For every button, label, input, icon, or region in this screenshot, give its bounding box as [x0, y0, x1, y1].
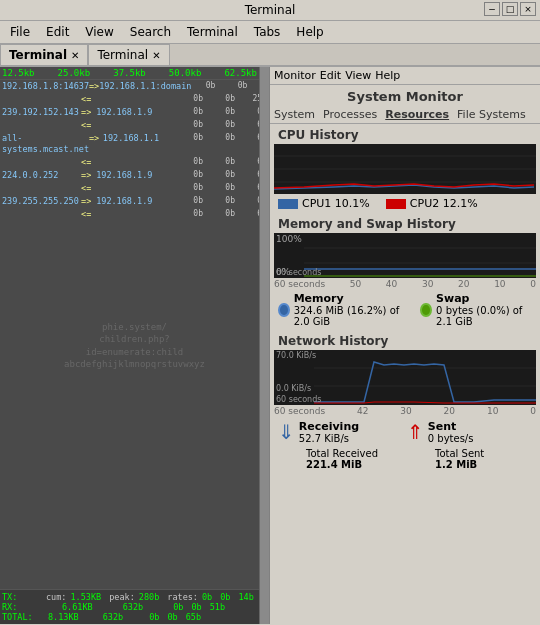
- receiving-row: ⇓ Receiving 52.7 KiB/s: [278, 420, 403, 444]
- net-info-grid: ⇓ Receiving 52.7 KiB/s ⇑ Sent 0 bytes/s …: [270, 416, 540, 474]
- receiving-val: 52.7 KiB/s: [299, 433, 359, 444]
- net-y-max: 70.0 KiB/s: [276, 351, 316, 360]
- tab-processes[interactable]: Processes: [323, 108, 377, 121]
- tab-close-2[interactable]: ✕: [152, 50, 160, 61]
- total-sent-label: Total Sent: [435, 448, 484, 459]
- sent-info: Sent 0 bytes/s: [428, 420, 474, 444]
- cpu-section-header: CPU History: [270, 124, 540, 144]
- menu-tabs[interactable]: Tabs: [248, 23, 287, 41]
- swap-item: Swap 0 bytes (0.0%) of 2.1 GiB: [420, 292, 532, 327]
- swap-text: Swap 0 bytes (0.0%) of 2.1 GiB: [436, 292, 532, 327]
- net-y-min: 0.0 KiB/s: [276, 384, 311, 393]
- tab-close-1[interactable]: ✕: [71, 50, 79, 61]
- menu-view[interactable]: View: [79, 23, 119, 41]
- tab-resources[interactable]: Resources: [385, 108, 449, 121]
- sent-label: Sent: [428, 420, 474, 433]
- cpu-chart-svg: [274, 144, 536, 194]
- net-chart-svg: [314, 350, 536, 405]
- network-history-chart: 70.0 KiB/s 0.0 KiB/s 60 seconds: [274, 350, 536, 405]
- cpu1-color: [278, 199, 298, 209]
- network-section-header: Network History: [270, 330, 540, 350]
- tab-label-2: Terminal: [97, 48, 148, 62]
- tab-system[interactable]: System: [274, 108, 315, 121]
- cpu2-color: [386, 199, 406, 209]
- menu-file[interactable]: File: [4, 23, 36, 41]
- swap-label: Swap: [436, 292, 532, 305]
- sysmon-menu-monitor[interactable]: Monitor: [274, 69, 316, 82]
- menu-terminal[interactable]: Terminal: [181, 23, 244, 41]
- main-content: 12.5kb 25.0kb 37.5kb 50.0kb 62.5kb 192.1…: [0, 67, 540, 624]
- window-controls[interactable]: − □ ×: [484, 2, 536, 16]
- sent-val: 0 bytes/s: [428, 433, 474, 444]
- window-titlebar: Terminal − □ ×: [0, 0, 540, 21]
- minimize-button[interactable]: −: [484, 2, 500, 16]
- receiving-label: Receiving: [299, 420, 359, 433]
- mem-y-max: 100%: [276, 234, 302, 244]
- sysmon-menu-help[interactable]: Help: [375, 69, 400, 82]
- sysmon-menubar: Monitor Edit View Help: [270, 67, 540, 85]
- memory-text: Memory 324.6 MiB (16.2%) of 2.0 GiB: [294, 292, 405, 327]
- cpu-history-chart: [274, 144, 536, 194]
- terminal-scrollbar[interactable]: [259, 67, 269, 624]
- memory-detail: 324.6 MiB (16.2%) of 2.0 GiB: [294, 305, 405, 327]
- sent-row: ⇑ Sent 0 bytes/s: [407, 420, 532, 444]
- mem-time-axis: 60 seconds 50 40 30 20 10 0: [270, 279, 540, 289]
- memory-label: Memory: [294, 292, 405, 305]
- tab-filesystems[interactable]: File Systems: [457, 108, 526, 121]
- net-row-3: 239.192.152.143 => 192.168.1.9 0b0b0b: [0, 106, 269, 119]
- sysmon-tabs: System Processes Resources File Systems: [270, 106, 540, 124]
- memory-dot: [278, 303, 290, 317]
- sysmon-menu-view[interactable]: View: [345, 69, 371, 82]
- cpu2-label: CPU2 12.1%: [410, 197, 478, 210]
- memory-item: Memory 324.6 MiB (16.2%) of 2.0 GiB: [278, 292, 404, 327]
- menubar: File Edit View Search Terminal Tabs Help: [0, 21, 540, 44]
- tab-terminal-1[interactable]: Terminal ✕: [0, 44, 88, 65]
- cpu-legend: CPU1 10.1% CPU2 12.1%: [270, 194, 540, 213]
- scale-3: 50.0kb: [169, 68, 202, 78]
- window-title: Terminal: [245, 3, 296, 17]
- net-row-10: <= 0b0b6b: [0, 208, 269, 221]
- sysmon-menu-edit[interactable]: Edit: [320, 69, 341, 82]
- memory-section-header: Memory and Swap History: [270, 213, 540, 233]
- net-row-7: 224.0.0.252 => 192.168.1.9 0b0b6b: [0, 169, 269, 182]
- receiving-info: Receiving 52.7 KiB/s: [299, 420, 359, 444]
- net-x-label: 60 seconds: [276, 395, 321, 404]
- total-received-row: Total Received 221.4 MiB: [278, 448, 403, 470]
- sysmon-title: System Monitor: [270, 85, 540, 106]
- scale-1: 25.0kb: [58, 68, 91, 78]
- receive-icon: ⇓: [278, 422, 295, 442]
- tabbar: Terminal ✕ Terminal ✕: [0, 44, 540, 67]
- terminal-watermark: phie.system/ children.php?id=enumerate:c…: [64, 320, 205, 370]
- total-received-val: 221.4 MiB: [306, 459, 378, 470]
- scale-2: 37.5kb: [113, 68, 146, 78]
- mem-x-label: 60 seconds: [276, 268, 321, 277]
- net-row-1: 192.168.1.8:14637 => 192.168.1.1:domain …: [0, 80, 269, 93]
- total-sent-val: 1.2 MiB: [435, 459, 484, 470]
- scale-bar: 12.5kb 25.0kb 37.5kb 50.0kb 62.5kb: [0, 67, 269, 80]
- net-row-8: <= 0b0b6b: [0, 182, 269, 195]
- total-received-label: Total Received: [306, 448, 378, 459]
- total-received-info: Total Received 221.4 MiB: [306, 448, 378, 470]
- send-icon: ⇑: [407, 422, 424, 442]
- net-row-2: <= 0b0b25b: [0, 93, 269, 106]
- close-button[interactable]: ×: [520, 2, 536, 16]
- net-dest-1: 192.168.1.1:domain: [99, 81, 191, 92]
- menu-edit[interactable]: Edit: [40, 23, 75, 41]
- maximize-button[interactable]: □: [502, 2, 518, 16]
- net-arrow-1: =>: [89, 81, 99, 92]
- menu-help[interactable]: Help: [290, 23, 329, 41]
- tab-terminal-2[interactable]: Terminal ✕: [88, 44, 169, 65]
- mem-chart-svg: [304, 233, 536, 278]
- total-sent-info: Total Sent 1.2 MiB: [435, 448, 484, 470]
- sysmon-pane: Monitor Edit View Help System Monitor Sy…: [270, 67, 540, 624]
- net-row-9: 239.255.255.250 => 192.168.1.9 0b0b0b: [0, 195, 269, 208]
- swap-dot: [420, 303, 432, 317]
- mem-info: Memory 324.6 MiB (16.2%) of 2.0 GiB Swap…: [270, 289, 540, 330]
- memory-history-chart: 100% 0% 60 seconds: [274, 233, 536, 278]
- terminal-pane[interactable]: 12.5kb 25.0kb 37.5kb 50.0kb 62.5kb 192.1…: [0, 67, 270, 624]
- menu-search[interactable]: Search: [124, 23, 177, 41]
- total-sent-row: Total Sent 1.2 MiB: [407, 448, 532, 470]
- tx-row: TX: cum: 1.53KB peak: 280b rates: 0b 0b …: [2, 592, 257, 602]
- total-row: TOTAL: 8.13KB 632b 0b 0b 65b: [2, 612, 257, 622]
- cpu2-legend: CPU2 12.1%: [386, 197, 478, 210]
